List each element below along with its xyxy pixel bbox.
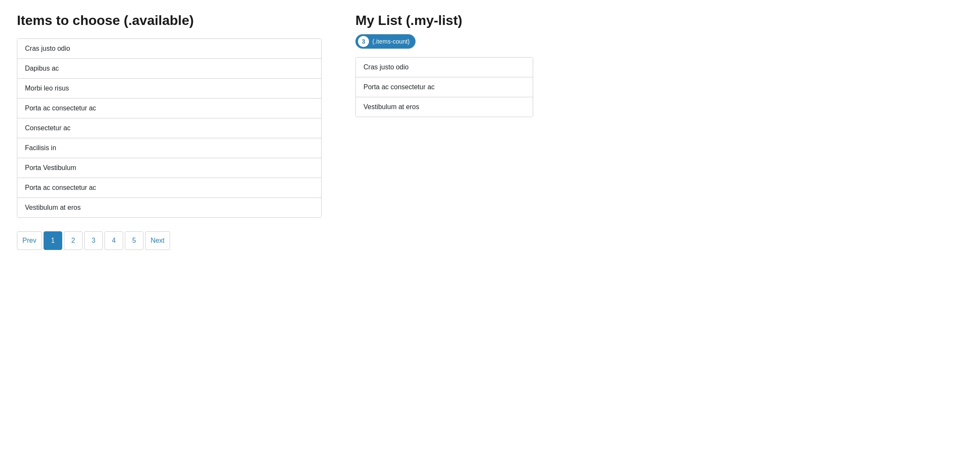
pagination-page-button[interactable]: 5	[125, 231, 143, 250]
available-items-list: Cras justo odioDapibus acMorbi leo risus…	[17, 38, 322, 218]
available-list-item[interactable]: Vestibulum at eros	[17, 198, 321, 217]
my-list-item: Porta ac consectetur ac	[356, 77, 533, 97]
right-panel: My List (.my-list) 3 (.items-count) Cras…	[355, 13, 533, 117]
available-list-item[interactable]: Consectetur ac	[17, 118, 321, 138]
pagination-next-button[interactable]: Next	[145, 231, 170, 250]
pagination-prev-button[interactable]: Prev	[17, 231, 42, 250]
available-list-item[interactable]: Dapibus ac	[17, 59, 321, 79]
available-list-item[interactable]: Morbi leo risus	[17, 79, 321, 99]
my-list-item: Vestibulum at eros	[356, 97, 533, 117]
pagination-page-button[interactable]: 1	[44, 231, 62, 250]
available-items-title: Items to choose (.available)	[17, 13, 322, 28]
pagination-page-button[interactable]: 4	[105, 231, 123, 250]
my-list-item: Cras justo odio	[356, 58, 533, 77]
my-list-items: Cras justo odioPorta ac consectetur acVe…	[355, 57, 533, 117]
available-list-item[interactable]: Porta ac consectetur ac	[17, 99, 321, 118]
pagination-page-button[interactable]: 3	[84, 231, 103, 250]
items-count-badge: 3 (.items-count)	[355, 34, 416, 49]
left-panel: Items to choose (.available) Cras justo …	[17, 13, 322, 250]
available-list-item[interactable]: Porta ac consectetur ac	[17, 178, 321, 198]
badge-count: 3	[358, 36, 369, 47]
badge-label: (.items-count)	[372, 38, 410, 45]
available-list-item[interactable]: Cras justo odio	[17, 39, 321, 59]
available-list-item[interactable]: Facilisis in	[17, 138, 321, 158]
available-list-item[interactable]: Porta Vestibulum	[17, 158, 321, 178]
pagination: Prev 12345Next	[17, 231, 322, 250]
my-list-title: My List (.my-list)	[355, 13, 533, 28]
pagination-page-button[interactable]: 2	[64, 231, 83, 250]
